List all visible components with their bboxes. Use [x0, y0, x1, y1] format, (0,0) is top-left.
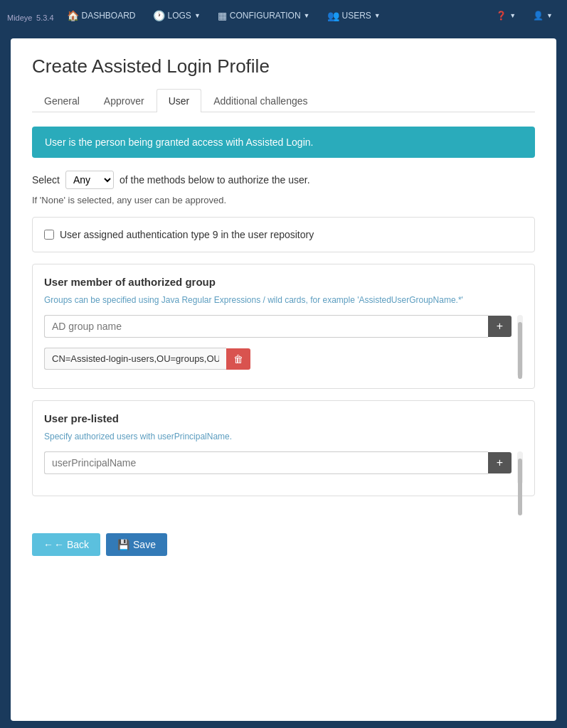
back-button[interactable]: ← ← Back [32, 533, 100, 556]
brand-name: Mideye [7, 14, 32, 22]
nav-configuration[interactable]: ▦ CONFIGURATION ▼ [211, 6, 317, 26]
info-box: User is the person being granted access … [32, 127, 535, 158]
tabs: General Approver User Additional challen… [32, 89, 535, 112]
pre-listed-scroll-content: + [44, 451, 512, 484]
save-button[interactable]: 💾 Save [106, 533, 167, 556]
tab-general[interactable]: General [32, 89, 92, 112]
group-scroll-content: + 🗑 [44, 315, 512, 377]
group-section-card: User member of authorized group Groups c… [32, 264, 535, 389]
users-caret: ▼ [374, 12, 381, 19]
config-caret: ▼ [304, 12, 310, 19]
nav-dashboard[interactable]: 🏠 DASHBOARD [60, 6, 143, 26]
pre-listed-scrollbar-track[interactable] [517, 451, 523, 484]
nav-user-menu[interactable]: 👤 ▼ [526, 6, 560, 25]
back-arrow-icon: ← [43, 539, 53, 550]
nav-logs[interactable]: 🕐 LOGS ▼ [146, 6, 208, 26]
bottom-bar: ← ← Back 💾 Save [11, 522, 556, 567]
pre-listed-hint: Specify authorized users with userPrinci… [44, 430, 523, 443]
save-icon: 💾 [117, 539, 129, 550]
auth-type-checkbox[interactable] [44, 230, 54, 240]
group-name-input[interactable] [44, 315, 488, 338]
pre-listed-scrollbar-thumb [518, 459, 522, 515]
brand-logo: Mideye 5.3.4 [7, 8, 54, 24]
none-hint: If 'None' is selected, any user can be a… [32, 195, 535, 205]
auth-type-card: User assigned authentication type 9 in t… [32, 217, 535, 252]
group-entry-input[interactable] [44, 348, 226, 370]
upn-add-button[interactable]: + [488, 452, 512, 473]
page-wrapper: Create Assisted Login Profile General Ap… [11, 38, 556, 721]
page-header: Create Assisted Login Profile General Ap… [11, 38, 556, 112]
pre-listed-card: User pre-listed Specify authorized users… [32, 400, 535, 496]
group-add-row: + [44, 315, 512, 338]
any-select[interactable]: Any All None [65, 171, 114, 189]
back-label: ← Back [54, 539, 89, 550]
select-suffix: of the methods below to authorize the us… [120, 174, 310, 186]
group-entry-row: 🗑 [44, 348, 250, 370]
pre-listed-title: User pre-listed [44, 412, 523, 424]
content-area: User is the person being granted access … [11, 112, 556, 522]
group-add-button[interactable]: + [488, 316, 512, 337]
group-section-title: User member of authorized group [44, 276, 523, 288]
brand-version: 5.3.4 [36, 14, 53, 22]
tab-additional-challenges[interactable]: Additional challenges [201, 89, 319, 112]
navbar: Mideye 5.3.4 🏠 DASHBOARD 🕐 LOGS ▼ ▦ CONF… [0, 0, 567, 31]
auth-type-row: User assigned authentication type 9 in t… [44, 229, 523, 240]
tab-approver[interactable]: Approver [92, 89, 157, 112]
user-caret: ▼ [546, 12, 553, 19]
users-icon: 👥 [327, 10, 339, 21]
nav-users[interactable]: 👥 USERS ▼ [320, 6, 388, 26]
group-hint: Groups can be specified using Java Regul… [44, 294, 523, 306]
group-scrollbar-thumb [518, 322, 522, 379]
auth-type-label: User assigned authentication type 9 in t… [60, 229, 314, 240]
help-icon: ❓ [496, 11, 507, 21]
logs-caret: ▼ [194, 12, 201, 19]
pre-listed-scrollbar-area: + [44, 451, 523, 484]
group-scrollbar-area: + 🗑 [44, 315, 523, 377]
help-caret: ▼ [509, 12, 516, 19]
upn-input[interactable] [44, 451, 488, 474]
config-icon: ▦ [218, 10, 227, 21]
nav-help[interactable]: ❓ ▼ [489, 6, 523, 25]
save-label: Save [133, 539, 156, 550]
home-icon: 🏠 [67, 10, 79, 21]
user-icon: 👤 [533, 11, 544, 21]
page-title: Create Assisted Login Profile [32, 55, 535, 77]
group-delete-button[interactable]: 🗑 [226, 348, 250, 370]
logs-icon: 🕐 [153, 10, 165, 21]
select-row: Select Any All None of the methods below… [32, 171, 535, 189]
pre-listed-add-row: + [44, 451, 512, 474]
select-prefix: Select [32, 174, 60, 186]
tab-user[interactable]: User [157, 89, 202, 112]
group-scrollbar-track[interactable] [517, 315, 523, 377]
